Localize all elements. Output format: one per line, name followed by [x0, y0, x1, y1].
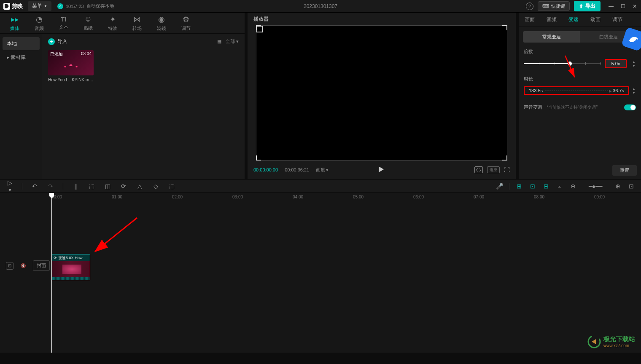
app-logo: 剪映 [3, 3, 23, 10]
pitch-label: 声音变调 [524, 104, 542, 110]
zoom-in-button[interactable]: ⊕ [614, 183, 622, 190]
track-mute-button[interactable]: 🔇 [19, 262, 27, 270]
speed-tool[interactable]: ⟳ [120, 183, 127, 190]
minimize-button[interactable]: — [608, 3, 614, 9]
zoom-fit-button[interactable]: ⊡ [628, 183, 635, 190]
redo-button[interactable]: ↷ [47, 183, 54, 190]
preview-toggle[interactable]: ⊟ [542, 183, 550, 190]
media-icon: ▸▸ [11, 15, 19, 24]
plus-icon: + [48, 38, 55, 45]
track-lock-button[interactable]: ⊡ [6, 262, 13, 270]
current-time: 00:00:00:00 [253, 167, 278, 172]
sidebar-item-local[interactable]: 本地 [3, 37, 40, 50]
speed-label: 倍数 [524, 48, 636, 55]
player-header: 播放器 [248, 13, 516, 25]
asset-tabs: ▸▸媒体 ◔音频 TI文本 ☺贴纸 ✦特效 ⋈转场 ◉滤镜 ⚙调节 [0, 13, 245, 34]
pitch-toggle[interactable] [624, 104, 636, 110]
duration-down-button[interactable]: ▼ [632, 91, 636, 95]
menu-button[interactable]: 菜单 ▼ [28, 1, 51, 11]
mic-icon[interactable]: 🎤 [496, 183, 503, 190]
split-tool[interactable]: ‖ [72, 183, 79, 190]
timeline-clip[interactable]: ⟳ 变速5.0X How [51, 254, 90, 280]
project-title: 202301301307 [304, 3, 337, 9]
speed-slider[interactable] [524, 63, 601, 64]
grid-view-icon[interactable]: ▦ [217, 39, 221, 44]
app-name: 剪映 [12, 3, 23, 10]
sort-dropdown[interactable]: 全部 ▾ [226, 38, 239, 45]
effects-icon: ✦ [110, 15, 116, 24]
sidebar-item-library[interactable]: ▸ 素材库 [3, 51, 40, 64]
play-button[interactable] [377, 166, 385, 174]
reset-button[interactable]: 重置 [612, 165, 637, 176]
tab-transition[interactable]: ⋈转场 [127, 13, 148, 33]
adjust-icon: ⚙ [183, 15, 189, 24]
total-time: 00:00:36:21 [285, 167, 309, 172]
media-duration: 03:04 [81, 51, 92, 56]
timeline[interactable]: 00:00 01:00 02:00 03:00 04:00 05:00 06:0… [0, 193, 641, 353]
export-icon: ⬆ [579, 3, 583, 9]
tab-adjust[interactable]: ⚙调节 [175, 13, 197, 33]
quality-dropdown[interactable]: 画质 ▾ [316, 167, 329, 173]
duration-display: 183.5s ▶ 36.7s [524, 86, 629, 95]
speed-up-button[interactable]: ▲ [632, 59, 636, 64]
tab-sticker[interactable]: ☺贴纸 [78, 13, 99, 33]
fit-button[interactable]: 适应 [487, 166, 500, 173]
delete-right-tool[interactable]: ◫ [104, 183, 111, 190]
duration-up-button[interactable]: ▲ [632, 86, 636, 91]
audio-icon: ◔ [36, 15, 43, 24]
media-filename: How You L...KPINK.mp4 [48, 78, 94, 82]
svg-line-1 [96, 218, 137, 251]
tab-audio[interactable]: ◔音频 [29, 13, 50, 33]
tab-text[interactable]: TI文本 [53, 13, 74, 33]
tab-media[interactable]: ▸▸媒体 [4, 13, 25, 33]
cover-button[interactable]: 封面 [33, 260, 50, 271]
close-button[interactable]: ✕ [632, 3, 638, 9]
zoom-out-button[interactable]: ⊖ [569, 183, 577, 190]
tab-audio-prop[interactable]: 音频 [541, 13, 563, 27]
magnet-tool[interactable]: ⫠ [556, 183, 563, 190]
subtab-normal-speed[interactable]: 常规变速 [523, 31, 580, 43]
properties-panel: 画面 音频 变速 动画 调节 常规变速 曲线变速 倍数 [519, 13, 641, 179]
shortcuts-button[interactable]: ⌨ 快捷键 [538, 1, 570, 11]
tab-speed[interactable]: 变速 [563, 13, 584, 27]
undo-button[interactable]: ↶ [31, 183, 38, 190]
filter-icon: ◉ [158, 15, 165, 24]
player-viewport[interactable] [256, 25, 507, 161]
help-icon[interactable]: ? [526, 3, 533, 10]
speed-value-input[interactable]: 5.0x [605, 59, 627, 68]
text-icon: TI [61, 16, 66, 23]
playhead[interactable] [51, 193, 52, 353]
timeline-ruler[interactable]: 00:00 01:00 02:00 03:00 04:00 05:00 06:0… [0, 193, 641, 203]
tab-filter[interactable]: ◉滤镜 [151, 13, 172, 33]
arrow-icon: ▶ [545, 91, 610, 91]
maximize-button[interactable]: ☐ [620, 3, 626, 9]
compare-icon[interactable] [474, 166, 483, 173]
crop-tool[interactable]: ⬚ [168, 183, 175, 190]
select-tool[interactable]: ▷ ▾ [6, 179, 13, 193]
autosave-status: ✓ 10:57:23 自动保存本地 [57, 3, 114, 9]
delete-left-tool[interactable]: ⬚ [88, 183, 95, 190]
asset-sidebar: 本地 ▸ 素材库 [0, 34, 42, 179]
media-item[interactable]: 已添加 03:04 How You L...KPINK.mp4 [48, 50, 94, 82]
mirror-tool[interactable]: △ [136, 183, 143, 190]
zoom-slider[interactable]: ━●━━ [583, 183, 608, 190]
export-button[interactable]: ⬆ 导出 [574, 1, 601, 11]
link-toggle[interactable]: ⊡ [529, 183, 536, 190]
pitch-hint: *当前倍速不支持"关闭变调" [547, 104, 598, 110]
duration-from: 183.5s [526, 88, 545, 93]
tab-animation[interactable]: 动画 [584, 13, 606, 27]
snap-toggle[interactable]: ⊞ [515, 183, 523, 190]
transition-icon: ⋈ [133, 15, 141, 24]
speed-down-button[interactable]: ▼ [632, 64, 636, 68]
import-button[interactable]: + 导入 [48, 38, 67, 45]
rotate-tool[interactable]: ◇ [152, 183, 159, 190]
fullscreen-icon[interactable]: ⛶ [504, 166, 510, 173]
logo-icon [3, 3, 10, 10]
tab-adjust-prop[interactable]: 调节 [606, 13, 628, 27]
duration-to[interactable]: 36.7s [610, 88, 627, 93]
tab-picture[interactable]: 画面 [519, 13, 541, 27]
added-badge: 已添加 [50, 51, 63, 57]
chevron-down-icon: ▼ [44, 4, 47, 8]
tab-effects[interactable]: ✦特效 [102, 13, 123, 33]
check-icon: ✓ [57, 3, 63, 9]
